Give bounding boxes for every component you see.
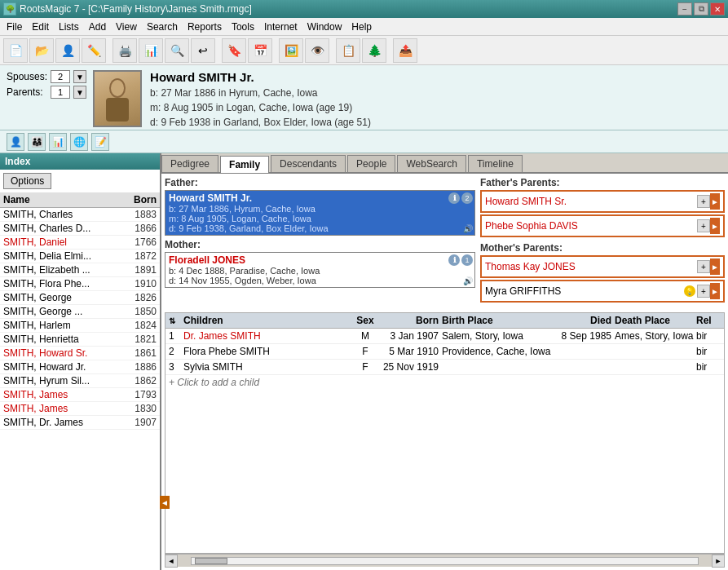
grandfather-maternal-arrow[interactable]: ► <box>710 258 720 275</box>
grandfather-paternal-arrow[interactable]: ► <box>710 193 720 210</box>
scroll-left-btn[interactable]: ◄ <box>165 555 178 568</box>
child-sex: M <box>354 330 377 342</box>
list-item[interactable]: SMITH, Daniel1766 <box>0 236 160 250</box>
tab-descendants[interactable]: Descendants <box>271 155 346 172</box>
grandmother-paternal-box[interactable]: Phebe Sophia DAVIS + ► <box>480 214 725 237</box>
list-item[interactable]: SMITH, Flora Phe...1910 <box>0 277 160 291</box>
edit-button[interactable]: ✏️ <box>82 38 106 63</box>
list-item[interactable]: SMITH, George1826 <box>0 291 160 305</box>
grandfather-maternal-box[interactable]: Thomas Kay JONES + ► <box>480 255 725 278</box>
child-name: Sylvia SMITH <box>183 361 354 373</box>
grandfather-paternal-add[interactable]: + <box>697 195 710 208</box>
grandmother-paternal-arrow[interactable]: ► <box>710 218 720 234</box>
bookmark-button[interactable]: 🔖 <box>222 38 246 63</box>
grandmother-maternal-arrow[interactable]: ► <box>710 283 720 299</box>
table-row[interactable]: 3 Sylvia SMITH F 25 Nov 1919 bir <box>165 360 724 375</box>
copy-button[interactable]: 📋 <box>336 38 360 63</box>
sidebar-row-born: 1886 <box>120 361 157 373</box>
sidebar-row-born: 1872 <box>120 250 157 262</box>
tree-button[interactable]: 🌲 <box>362 38 386 63</box>
add-person-button[interactable]: 👤 <box>55 38 80 63</box>
search-button[interactable]: 🔍 <box>165 38 189 63</box>
family-icon[interactable]: 👨‍👩‍👧 <box>28 133 46 151</box>
menu-file[interactable]: File <box>2 20 27 34</box>
child-name[interactable]: Dr. James SMITH <box>183 330 354 342</box>
horizontal-scrollbar[interactable]: ◄ ► <box>165 554 725 567</box>
list-item[interactable]: SMITH, Howard Jr.1886 <box>0 360 160 374</box>
list-item[interactable]: SMITH, George ...1850 <box>0 305 160 319</box>
list-item[interactable]: SMITH, James1793 <box>0 388 160 402</box>
grandfather-paternal-name: Howard SMITH Sr. <box>485 196 697 207</box>
grandfather-paternal-box[interactable]: Howard SMITH Sr. + ► <box>480 190 725 213</box>
open-button[interactable]: 📂 <box>29 38 54 63</box>
list-item[interactable]: SMITH, Elizabeth ...1891 <box>0 263 160 277</box>
list-item[interactable]: SMITH, Dr. James1907 <box>0 416 160 430</box>
restore-button[interactable]: ⧉ <box>694 2 708 15</box>
menu-add[interactable]: Add <box>84 20 111 34</box>
tab-websearch[interactable]: WebSearch <box>397 155 465 172</box>
mother-box[interactable]: ℹ 1 🔊 Floradell JONES b: 4 Dec 1888, Par… <box>165 252 475 288</box>
father-box[interactable]: ℹ 2 🔊 Howard SMITH Jr. b: 27 Mar 1886, H… <box>165 190 475 236</box>
nav-left-arrow[interactable]: ◄ <box>160 496 170 509</box>
list-item[interactable]: SMITH, Howard Sr.1861 <box>0 347 160 360</box>
sidebar-row-born: 1830 <box>120 403 157 414</box>
tab-family[interactable]: Family <box>220 156 269 173</box>
menu-edit[interactable]: Edit <box>27 20 54 34</box>
menu-help[interactable]: Help <box>346 20 377 34</box>
sidebar-row-born: 1824 <box>120 320 157 331</box>
grandmother-maternal-name: Myra GRIFFITHS <box>485 285 684 297</box>
scroll-right-btn[interactable]: ► <box>712 555 725 568</box>
parents-dropdown[interactable]: ▼ <box>73 86 86 99</box>
media-button[interactable]: 🖼️ <box>279 38 303 63</box>
new-button[interactable]: 📄 <box>3 38 28 63</box>
title-bar: 🌳 RootsMagic 7 - [C:\Family History\Jame… <box>0 0 728 18</box>
menu-window[interactable]: Window <box>302 20 347 34</box>
list-item[interactable]: SMITH, Delia Elmi...1872 <box>0 250 160 263</box>
options-button[interactable]: Options <box>3 173 51 189</box>
table-row[interactable]: 1 Dr. James SMITH M 3 Jan 1907 Salem, St… <box>165 329 724 344</box>
nav-back-button[interactable]: ↩ <box>191 38 215 63</box>
publish-button[interactable]: 📤 <box>393 38 417 63</box>
menu-view[interactable]: View <box>111 20 142 34</box>
list-item[interactable]: SMITH, Hyrum Sil...1862 <box>0 374 160 388</box>
grandmother-maternal-box[interactable]: Myra GRIFFITHS 💡 + ► <box>480 280 725 303</box>
scroll-thumb[interactable] <box>195 558 227 564</box>
scroll-track[interactable] <box>191 557 699 565</box>
calendar-button[interactable]: 📅 <box>248 38 272 63</box>
chart-button[interactable]: 📊 <box>139 38 163 63</box>
sidebar-row-name: SMITH, Hyrum Sil... <box>3 375 120 387</box>
close-button[interactable]: ✕ <box>710 2 725 15</box>
list-item[interactable]: SMITH, Harlem1824 <box>0 319 160 333</box>
spouses-dropdown[interactable]: ▼ <box>73 70 86 83</box>
list-item[interactable]: SMITH, Charles1883 <box>0 208 160 222</box>
index-list[interactable]: SMITH, Charles1883SMITH, Charles D...186… <box>0 208 160 570</box>
minimize-button[interactable]: − <box>677 2 692 15</box>
menu-reports[interactable]: Reports <box>183 20 227 34</box>
list-item[interactable]: SMITH, James1830 <box>0 402 160 416</box>
sort-icon[interactable]: ⇅ <box>169 316 175 325</box>
menu-search[interactable]: Search <box>142 20 183 34</box>
parents-count: 1 <box>51 86 70 99</box>
add-child-row[interactable]: + Click to add a child <box>165 375 724 390</box>
sidebar-row-name: SMITH, James <box>3 403 120 414</box>
web-icon[interactable]: 🌐 <box>70 133 88 151</box>
grandmother-maternal-add[interactable]: + <box>697 285 710 298</box>
stats-icon[interactable]: 📊 <box>49 133 67 151</box>
menu-lists[interactable]: Lists <box>54 20 84 34</box>
person-icon[interactable]: 👤 <box>7 133 24 151</box>
tab-people[interactable]: People <box>347 155 395 172</box>
mother-birth: b: 4 Dec 1888, Paradise, Cache, Iowa <box>169 266 471 276</box>
num-col-header: ⇅ <box>169 315 183 326</box>
print-button[interactable]: 🖨️ <box>113 38 137 63</box>
notes-icon[interactable]: 📝 <box>91 133 109 151</box>
table-row[interactable]: 2 Flora Phebe SMITH F 5 Mar 1910 Provide… <box>165 344 724 360</box>
tab-pedigree[interactable]: Pedigree <box>161 155 218 172</box>
menu-tools[interactable]: Tools <box>227 20 259 34</box>
tab-timeline[interactable]: Timeline <box>468 155 523 172</box>
list-item[interactable]: SMITH, Charles D...1866 <box>0 222 160 236</box>
view-button[interactable]: 👁️ <box>305 38 329 63</box>
list-item[interactable]: SMITH, Henrietta1821 <box>0 333 160 347</box>
menu-internet[interactable]: Internet <box>259 20 302 34</box>
grandmother-paternal-add[interactable]: + <box>697 219 710 232</box>
grandfather-maternal-add[interactable]: + <box>697 260 710 273</box>
